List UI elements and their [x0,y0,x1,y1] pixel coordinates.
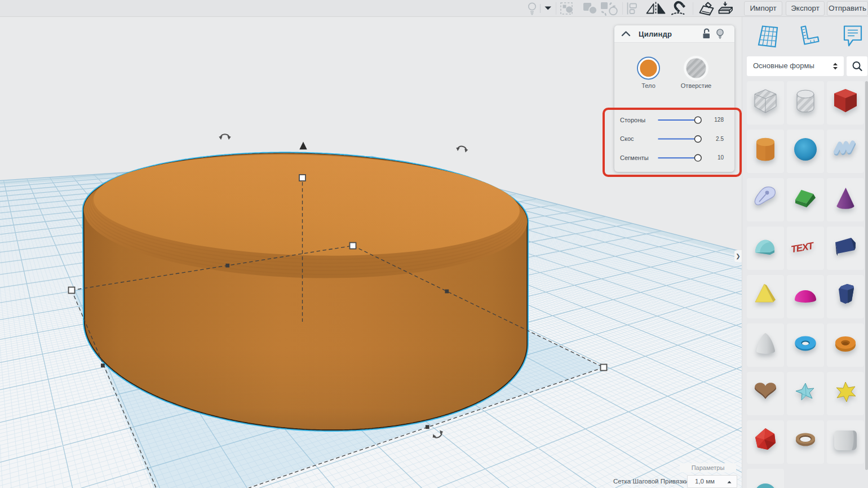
svg-text:TEXT: TEXT [791,239,814,255]
